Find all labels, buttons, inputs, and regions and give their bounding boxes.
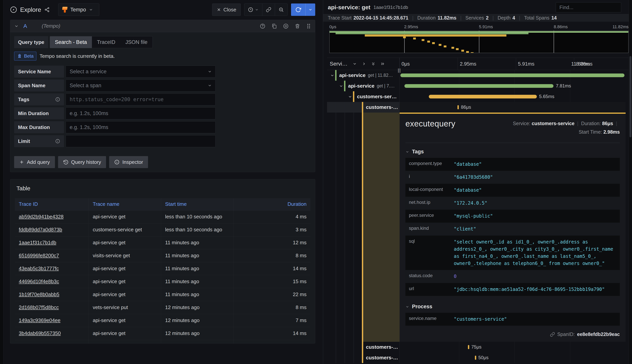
duration-cell: 14 ms <box>234 262 310 275</box>
trace-minimap[interactable]: 0μs2.95ms5.91ms8.86ms11.82ms <box>329 24 628 53</box>
table-row: fddb89dd7a0d873bcustomers-service getles… <box>15 223 310 236</box>
span-duration-tick[interactable] <box>468 345 469 349</box>
expand-all-icon[interactable] <box>380 62 385 66</box>
trace-id-link: 1aae1f31c7b1db <box>19 240 56 246</box>
query-row-header[interactable]: A (Tempo) <box>10 20 315 32</box>
process-section-header[interactable]: Process <box>405 304 620 310</box>
span-name-cell[interactable]: api-serviceget | 11.82… <box>327 70 400 81</box>
trace-name-cell: vets-service put <box>89 301 161 314</box>
duplicate-query-icon[interactable] <box>271 23 277 29</box>
span-row[interactable]: customers-…86μs <box>327 102 632 112</box>
duration-cell: 12 ms <box>234 236 310 249</box>
input-tags[interactable]: http.status_code=200 error=true <box>66 94 216 106</box>
span-row[interactable]: customers-…50μs <box>327 352 632 363</box>
span-duration-bar[interactable] <box>400 74 625 77</box>
minimap-span-dot <box>432 42 435 44</box>
find-input[interactable]: Find... <box>556 2 621 12</box>
span-collapse-chevron[interactable] <box>330 73 335 78</box>
drag-handle-icon[interactable] <box>306 23 311 29</box>
span-row[interactable]: customers-…75μs <box>327 342 632 352</box>
span-timeline-cell[interactable] <box>400 70 625 81</box>
span-timeline-cell[interactable]: 75μs <box>400 342 625 352</box>
span-name-cell[interactable]: customers-ser… <box>327 91 400 102</box>
find-placeholder: Find... <box>559 4 573 10</box>
span-timeline-cell[interactable]: 7.81ms <box>400 81 625 91</box>
run-query-button[interactable] <box>291 4 315 16</box>
sync-timepicker-button[interactable] <box>262 4 275 16</box>
chevron-down-icon <box>405 150 409 154</box>
span-timeline-cell[interactable]: 5.65ms <box>400 91 625 102</box>
selected-indent-guide <box>362 112 363 342</box>
info-icon <box>55 139 60 144</box>
help-icon[interactable] <box>260 23 266 29</box>
column-header-trace-name[interactable]: Trace name <box>89 198 161 210</box>
span-duration-tick[interactable] <box>457 105 459 109</box>
input-limit[interactable] <box>66 135 216 147</box>
info-circle-icon <box>114 159 120 165</box>
datasource-picker[interactable]: Tempo <box>58 4 99 16</box>
tag-value: "mysql-public" <box>454 210 620 222</box>
column-header-duration[interactable]: Duration <box>234 198 310 210</box>
collapse-chevron-icon[interactable] <box>14 24 19 28</box>
clock-icon <box>248 7 253 12</box>
collapse-all-icon[interactable] <box>371 62 375 66</box>
tag-row: peer.service"mysql-public" <box>405 210 620 222</box>
span-duration-bar[interactable] <box>404 84 554 88</box>
tab-traceid[interactable]: TraceID <box>92 36 120 48</box>
span-collapse-chevron[interactable] <box>339 84 344 88</box>
info-icon <box>55 97 60 102</box>
span-detail-row: executequeryService: customers-service|D… <box>327 112 632 342</box>
service-operation-column-header[interactable]: Servi… <box>330 61 348 67</box>
process-section-title: Process <box>412 304 432 310</box>
minimap-tick: 8.86ms <box>554 24 568 30</box>
tab-json-file[interactable]: JSON file <box>120 36 153 48</box>
span-duration-tick[interactable] <box>475 356 476 360</box>
form-row-max-duration: Max Duratione.g. 1.2s, 100ms <box>14 121 311 133</box>
disable-query-eye-icon[interactable] <box>283 23 289 29</box>
column-header-trace-id[interactable]: Trace ID <box>15 198 89 210</box>
service-color-bar <box>362 352 363 363</box>
select-service-name[interactable]: Select a service <box>66 66 216 78</box>
input-min-duration[interactable]: e.g. 1.2s, 100ms <box>66 107 216 119</box>
app-root: Explore Tempo Close <box>0 0 632 364</box>
zoom-out-button[interactable] <box>275 4 287 16</box>
span-name-cell[interactable]: customers-… <box>327 352 400 363</box>
query-ref-id: A <box>24 23 27 29</box>
span-name-cell[interactable]: api-serviceget | 7.… <box>327 81 400 91</box>
span-timeline-cell[interactable]: 86μs <box>400 102 625 112</box>
share-icon[interactable] <box>44 7 50 12</box>
collapse-one-icon[interactable] <box>362 62 366 66</box>
service-label: Service: <box>513 121 530 126</box>
vertical-scrollbar[interactable] <box>629 0 632 364</box>
span-duration-bar[interactable] <box>429 95 537 98</box>
tab-search-beta[interactable]: Search - Beta <box>50 36 92 48</box>
beta-badge[interactable]: Beta <box>14 52 36 60</box>
field-label: Limit <box>14 135 64 147</box>
input-max-duration[interactable]: e.g. 1.2s, 100ms <box>66 121 216 133</box>
timeline-header-tick: 2.95ms <box>458 58 516 70</box>
query-history-button[interactable]: Query history <box>58 156 106 168</box>
span-collapse-chevron[interactable] <box>348 94 353 99</box>
span-row[interactable]: customers-ser…5.65ms <box>327 91 632 102</box>
span-name-cell[interactable]: customers-… <box>327 342 400 352</box>
scrollbar-thumb[interactable] <box>629 56 631 137</box>
time-range-picker[interactable] <box>244 4 262 16</box>
minimap-canvas[interactable] <box>329 30 628 53</box>
add-query-button[interactable]: Add query <box>14 156 55 168</box>
meta-duration: Duration11.82ms <box>417 15 456 21</box>
select-span-name[interactable]: Select a span <box>66 80 216 92</box>
close-split-button[interactable]: Close <box>212 4 241 16</box>
span-row[interactable]: api-serviceget | 11.82… <box>327 70 632 81</box>
span-name-cell[interactable]: customers-… <box>327 102 400 112</box>
timeline-header-ticks: 0μs2.95ms5.91ms8.86ms11.82ms <box>400 58 632 70</box>
delete-query-trash-icon[interactable] <box>295 23 300 29</box>
chevron-down-icon[interactable] <box>353 62 357 66</box>
inspector-button[interactable]: Inspector <box>109 156 148 168</box>
span-detail-indent <box>327 112 400 342</box>
span-row[interactable]: api-serviceget | 7.…7.81ms <box>327 81 632 91</box>
column-header-start-time[interactable]: Start time <box>161 198 234 210</box>
span-timeline-cell[interactable]: 50μs <box>400 352 625 363</box>
tags-section-header[interactable]: Tags <box>405 149 620 155</box>
run-options-chevron[interactable] <box>305 4 315 16</box>
placeholder-text: http.status_code=200 error=true <box>70 96 164 102</box>
